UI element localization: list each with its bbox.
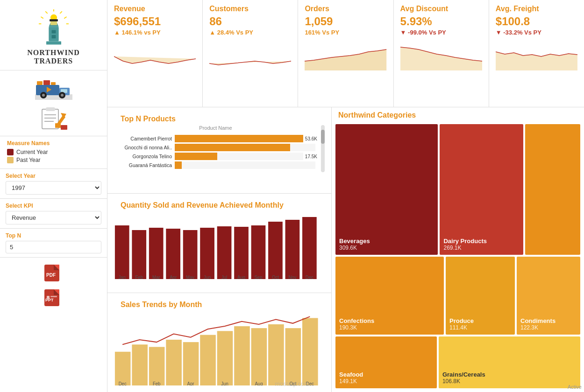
svg-rect-75 — [115, 352, 131, 385]
svg-rect-76 — [132, 344, 148, 385]
clipboard-icon-item — [35, 105, 72, 131]
svg-rect-44 — [47, 296, 50, 299]
bar-fill — [175, 144, 290, 151]
filter-kpi-label: Select KPI — [6, 203, 101, 209]
bottom-area: Top N Products Product Name Camembert Pi… — [107, 107, 584, 392]
svg-marker-49 — [400, 47, 482, 70]
bar-fill — [175, 135, 303, 142]
filter-year-select[interactable]: 1996 1997 1998 — [6, 181, 101, 195]
filter-kpi-select[interactable]: Revenue Customers Orders Avg Discount Av… — [6, 211, 101, 224]
svg-rect-8 — [49, 27, 58, 41]
svg-marker-46 — [114, 56, 196, 63]
trends-section: Sales Trends by Month — [107, 293, 331, 392]
svg-rect-57 — [217, 226, 232, 279]
kpi-change-orders: 161% Vs PY — [305, 29, 386, 36]
trends-title: Sales Trends by Month — [114, 297, 325, 311]
svg-rect-62 — [302, 217, 317, 279]
treemap-value-produce: 122.3K — [520, 324, 577, 331]
svg-rect-28 — [46, 107, 55, 111]
trends-chart-svg: Dec Feb Apr Jun Aug Oct Dec — [114, 311, 325, 385]
svg-line-3 — [45, 11, 47, 13]
scrollbar-topn[interactable] — [321, 125, 325, 172]
svg-text:Sep: Sep — [254, 275, 263, 279]
svg-rect-35 — [61, 125, 67, 130]
svg-rect-52 — [132, 230, 146, 279]
svg-line-4 — [41, 17, 43, 19]
svg-text:PDF: PDF — [46, 273, 56, 278]
svg-rect-86 — [302, 318, 318, 385]
svg-rect-60 — [268, 222, 283, 279]
svg-point-21 — [42, 94, 45, 97]
svg-text:Nov: Nov — [288, 275, 296, 279]
export-ppt-button[interactable]: PPT — [40, 287, 68, 308]
treemap-row-1: Beverages 309.6K Dairy Products 269.1K — [335, 124, 580, 255]
filter-topn-input[interactable] — [6, 241, 101, 253]
svg-rect-55 — [183, 230, 198, 279]
bar-track — [175, 161, 315, 169]
kpi-value-revenue: $696,551 — [114, 15, 196, 28]
kpi-card-avgdiscount: Avg Discount 5.93% ▼ -99.0% Vs PY — [394, 0, 489, 107]
bar-label: Gnocchi di nonna Ali.. — [114, 145, 175, 150]
svg-rect-25 — [43, 80, 50, 85]
top-n-bars: Camembert Pierrot 53.6K Gnocchi di nonna… — [114, 132, 317, 172]
logo-icon — [35, 9, 72, 47]
kpi-title-avgfreight: Avg. Freight — [496, 5, 577, 13]
bar-value: 17.5K — [305, 154, 317, 159]
monthly-section: Quantity Sold and Revenue Achieved Month… — [107, 194, 331, 293]
scrollbar-thumb — [321, 130, 325, 144]
bar-row: Guaraná Fantástica — [114, 161, 317, 169]
kpi-sparkline-orders — [305, 38, 386, 102]
kpi-title-orders: Orders — [305, 5, 386, 13]
svg-rect-45 — [50, 296, 57, 297]
active-label: Active — [568, 384, 582, 390]
legend-label-past: Past Year — [16, 157, 40, 163]
treemap-cell-seafood: Seafood 149.1K — [335, 336, 437, 388]
sidebar-icons — [0, 70, 107, 136]
kpi-change-avgfreight: ▼ -33.2% Vs PY — [496, 29, 577, 36]
svg-text:Jan: Jan — [119, 275, 126, 279]
bar-row: Gorgonzola Telino 17.5K — [114, 153, 317, 160]
pdf-icon: PDF — [42, 264, 65, 282]
treemap-cell-grains: Grains/Cereals 106.8K — [439, 336, 580, 388]
svg-rect-13 — [51, 35, 56, 38]
svg-line-1 — [60, 11, 62, 13]
bar-track — [175, 153, 303, 160]
treemap-row-3: Seafood 149.1K Grains/Cereals 106.8K — [335, 336, 580, 388]
kpi-title-avgdiscount: Avg Discount — [400, 5, 482, 13]
svg-rect-77 — [149, 347, 165, 385]
kpi-sparkline-revenue — [114, 38, 196, 102]
legend-item-current: Current Year — [7, 149, 100, 155]
svg-text:Jun: Jun — [221, 381, 228, 385]
treemap-value-dairy: 269.1K — [443, 245, 520, 251]
filter-topn-label: Top N — [6, 232, 101, 239]
filter-topn-section: Top N — [0, 229, 107, 258]
svg-text:Jul: Jul — [221, 275, 227, 279]
bar-label: Guaraná Fantástica — [114, 162, 175, 168]
svg-rect-24 — [37, 81, 43, 85]
legend-color-past — [7, 157, 14, 163]
filter-kpi-section: Select KPI Revenue Customers Orders Avg … — [0, 199, 107, 229]
svg-rect-53 — [149, 228, 164, 279]
sidebar: NorthwindTraders — [0, 0, 107, 392]
treemap-label-seafood: Seafood — [339, 371, 433, 378]
kpi-sparkline-avgfreight — [496, 38, 577, 102]
treemap-value-condiments: 111.4K — [449, 324, 511, 331]
treemap-cell-beverages: Beverages 309.6K — [335, 124, 438, 255]
svg-text:May: May — [186, 275, 194, 279]
charts-left: Top N Products Product Name Camembert Pi… — [107, 107, 332, 392]
logo-area: NorthwindTraders — [0, 5, 107, 70]
kpi-value-orders: 1,059 — [305, 15, 386, 28]
export-pdf-button[interactable]: PDF — [40, 262, 68, 283]
categories-right: Northwind Categories Beverages 309.6K Da… — [332, 107, 584, 392]
svg-text:Mar: Mar — [152, 275, 160, 279]
legend-title: Measure Names — [7, 140, 100, 147]
treemap-label-produce: Condiments — [520, 317, 577, 324]
treemap-value-grains: 106.8K — [442, 378, 577, 385]
treemap-cell-condiments: Produce 111.4K — [446, 257, 515, 335]
kpi-card-customers: Customers 86 ▲ 28.4% Vs PY — [203, 0, 298, 107]
watermark: mostaqi.com — [275, 380, 309, 387]
monthly-chart-svg: Jan Feb Mar Apr May Jun Jul Aug Sep Oct … — [114, 211, 325, 279]
clipboard-icon — [37, 105, 70, 131]
svg-rect-11 — [50, 19, 58, 21]
treemap-cell-empty — [525, 124, 580, 255]
